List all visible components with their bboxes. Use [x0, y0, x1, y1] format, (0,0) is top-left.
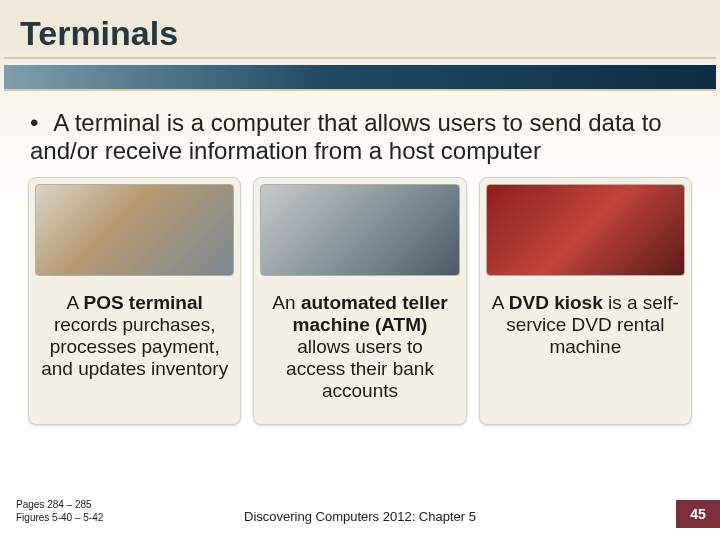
footer-center: Discovering Computers 2012: Chapter 5: [0, 509, 720, 524]
bullet-text: • A terminal is a computer that allows u…: [0, 91, 720, 175]
card-dvd-caption: A DVD kiosk is a self-service DVD rental…: [480, 282, 691, 424]
accent-bar: [4, 65, 716, 89]
slide-title: Terminals: [0, 0, 720, 57]
card-row: A POS terminal records purchases, proces…: [0, 177, 720, 425]
bullet-marker: •: [30, 109, 48, 137]
pos-terminal-photo: [35, 184, 234, 276]
card-atm: An automated teller machine (ATM) allows…: [253, 177, 466, 425]
card-pos: A POS terminal records purchases, proces…: [28, 177, 241, 425]
card-pos-caption: A POS terminal records purchases, proces…: [29, 282, 240, 424]
slide: Terminals • A terminal is a computer tha…: [0, 0, 720, 540]
dvd-kiosk-photo: [486, 184, 685, 276]
slide-number: 45: [676, 500, 720, 528]
card-atm-caption: An automated teller machine (ATM) allows…: [254, 282, 465, 424]
atm-photo: [260, 184, 459, 276]
bullet-content: A terminal is a computer that allows use…: [30, 109, 662, 164]
divider-top: [4, 57, 716, 59]
card-dvd: A DVD kiosk is a self-service DVD rental…: [479, 177, 692, 425]
